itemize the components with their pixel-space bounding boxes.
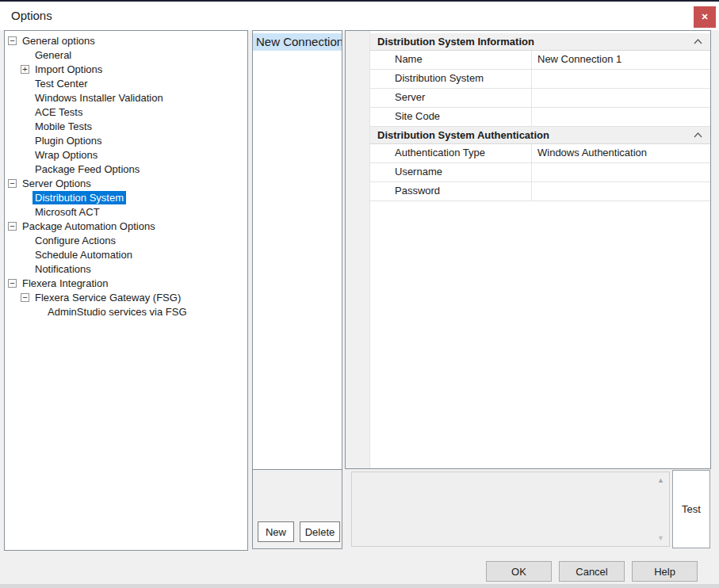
- tree-item[interactable]: − Server Options: [5, 176, 247, 190]
- property-value-field[interactable]: [532, 163, 710, 181]
- property-row: Name New Connection 1: [370, 51, 710, 70]
- tree-item[interactable]: General: [5, 48, 247, 62]
- property-label: Distribution System: [370, 70, 532, 88]
- tree-item[interactable]: + Import Options: [5, 62, 247, 76]
- property-value-field[interactable]: [532, 182, 710, 200]
- property-row: Password: [370, 182, 710, 201]
- property-value-field[interactable]: [532, 70, 710, 88]
- property-value-field[interactable]: New Connection 1: [532, 51, 710, 69]
- property-section-header[interactable]: Distribution System Authentication: [370, 127, 710, 144]
- test-button[interactable]: Test: [672, 470, 710, 548]
- property-row: Authentication Type Windows Authenticati…: [370, 144, 710, 163]
- property-value-field[interactable]: [532, 108, 710, 126]
- tree-item[interactable]: − General options: [5, 33, 247, 48]
- footer: OK Cancel Help: [0, 555, 719, 588]
- tree-item[interactable]: Plugin Options: [5, 133, 247, 147]
- property-row: Username: [370, 163, 710, 182]
- property-section-title: Distribution System Information: [377, 36, 534, 48]
- property-grid: Distribution System Information Name New…: [345, 30, 711, 469]
- window-title: Options: [11, 9, 52, 22]
- connections-list[interactable]: New Connection 1: [253, 31, 342, 470]
- property-row: Distribution System: [370, 70, 710, 89]
- tree-expander-minus-icon[interactable]: −: [21, 293, 29, 302]
- tree-item[interactable]: Mobile Tests: [5, 119, 247, 133]
- ok-button[interactable]: OK: [486, 561, 552, 582]
- property-label: Username: [370, 163, 532, 181]
- tree-item[interactable]: Wrap Options: [5, 147, 247, 162]
- connections-panel: New Connection 1 New Delete: [252, 30, 342, 549]
- collapse-chevron-icon[interactable]: [694, 132, 702, 138]
- tree-item[interactable]: Schedule Automation: [5, 247, 247, 262]
- property-row: Server: [370, 89, 710, 108]
- property-section-title: Distribution System Authentication: [377, 129, 549, 141]
- property-row: Site Code: [370, 108, 710, 127]
- tree-item[interactable]: Configure Actions: [5, 233, 247, 247]
- tree-expander-minus-icon[interactable]: −: [8, 279, 17, 288]
- titlebar: Options ✕: [0, 2, 719, 30]
- delete-button[interactable]: Delete: [300, 521, 340, 542]
- property-label: Authentication Type: [370, 144, 532, 162]
- test-output-area: ▲ ▼: [351, 472, 670, 547]
- tree-item[interactable]: Package Feed Options: [5, 162, 247, 176]
- property-label: Server: [370, 89, 532, 107]
- property-section-header[interactable]: Distribution System Information: [370, 33, 710, 51]
- property-value-field[interactable]: Windows Authentication: [532, 144, 710, 162]
- property-grid-gutter: [346, 31, 370, 468]
- tree-item[interactable]: − Flexera Integration: [5, 276, 247, 290]
- close-button[interactable]: ✕: [694, 6, 716, 28]
- tree-item[interactable]: ACE Tests: [5, 105, 247, 119]
- options-dialog: { "window": { "title": "Options", "close…: [0, 0, 719, 588]
- tree-item[interactable]: Microsoft ACT: [5, 204, 247, 219]
- help-button[interactable]: Help: [632, 561, 698, 582]
- tree-expander-minus-icon[interactable]: −: [8, 179, 17, 188]
- options-tree: − General options General + Import Optio…: [4, 30, 248, 551]
- collapse-chevron-icon[interactable]: [694, 39, 702, 44]
- scroll-up-icon[interactable]: ▲: [654, 474, 667, 487]
- new-button[interactable]: New: [258, 521, 294, 542]
- tree-expander-minus-icon[interactable]: −: [8, 36, 17, 45]
- property-label: Password: [370, 182, 532, 200]
- property-value-field[interactable]: [532, 89, 710, 107]
- scroll-down-icon[interactable]: ▼: [654, 532, 667, 544]
- cancel-button[interactable]: Cancel: [559, 561, 625, 582]
- property-label: Name: [370, 51, 532, 69]
- tree-expander-plus-icon[interactable]: +: [21, 65, 29, 74]
- tree-item[interactable]: AdminStudio services via FSG: [5, 304, 247, 319]
- tree-item[interactable]: Test Center: [5, 76, 247, 90]
- connection-list-item[interactable]: New Connection 1: [253, 33, 342, 51]
- tree-item[interactable]: − Flexera Service Gateway (FSG): [5, 290, 247, 304]
- property-label: Site Code: [370, 108, 532, 126]
- tree-item[interactable]: Windows Installer Validation: [5, 90, 247, 105]
- tree-item[interactable]: − Package Automation Options: [5, 219, 247, 233]
- tree-item-selected[interactable]: Distribution System: [5, 190, 247, 204]
- tree-expander-minus-icon[interactable]: −: [8, 222, 17, 231]
- tree-item[interactable]: Notifications: [5, 262, 247, 276]
